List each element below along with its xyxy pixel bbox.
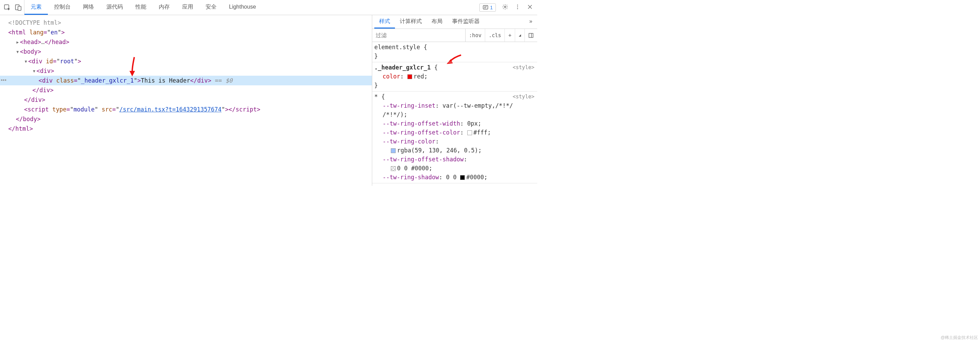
devtools-tab-6[interactable]: 应用 xyxy=(176,0,199,15)
devtools-tab-8[interactable]: Lighthouse xyxy=(223,0,262,15)
issues-count: 1 xyxy=(490,5,493,10)
toolbar-right-group: 1 xyxy=(475,0,537,15)
style-rule-1[interactable]: <style>._header_gxlcr_1 {color: red;} xyxy=(372,62,537,92)
svg-point-5 xyxy=(517,5,518,5)
dom-tree[interactable]: <!DOCTYPE html><html lang="en">▸<head>…<… xyxy=(0,15,372,136)
dom-html-open[interactable]: <html lang="en"> xyxy=(0,27,372,37)
elements-dom-pane[interactable]: ••• <!DOCTYPE html><html lang="en">▸<hea… xyxy=(0,15,372,186)
hov-toggle[interactable]: :hov xyxy=(466,29,485,42)
devtools-tab-4[interactable]: 性能 xyxy=(129,0,153,15)
dom-body-open[interactable]: ▾<body> xyxy=(0,47,372,56)
devtools-main: ••• <!DOCTYPE html><html lang="en">▸<hea… xyxy=(0,15,537,186)
dom-html-close[interactable]: </html> xyxy=(0,124,372,133)
devtools-tab-5[interactable]: 内存 xyxy=(153,0,176,15)
issues-indicator[interactable]: 1 xyxy=(479,3,496,12)
new-style-rule-button[interactable]: + xyxy=(505,29,515,42)
style-rule-0[interactable]: element.style {} xyxy=(372,42,537,62)
kebab-menu-icon[interactable] xyxy=(514,4,521,11)
styles-tabs-overflow[interactable]: » xyxy=(525,15,537,28)
dom-script-line[interactable]: <script type="module" src="/src/main.tsx… xyxy=(0,104,372,114)
dom-div-open[interactable]: ▾<div> xyxy=(0,66,372,76)
styles-pane-tabs: 样式计算样式布局事件监听器» xyxy=(372,15,537,29)
styles-corner-icon[interactable]: ◢ xyxy=(515,29,525,42)
styles-pane: 样式计算样式布局事件监听器» :hov .cls + ◢ element.sty… xyxy=(372,15,537,186)
devtools-tab-2[interactable]: 网络 xyxy=(77,0,100,15)
computed-panel-toggle-icon[interactable] xyxy=(525,29,537,42)
svg-point-4 xyxy=(504,6,506,8)
style-rule-2[interactable]: <style>* {--tw-ring-inset: var(--tw-empt… xyxy=(372,92,537,184)
styles-rules-list[interactable]: element.style {}<style>._header_gxlcr_1 … xyxy=(372,42,537,186)
devtools-tab-1[interactable]: 控制台 xyxy=(48,0,77,15)
styles-tab-0[interactable]: 样式 xyxy=(374,15,395,28)
svg-point-7 xyxy=(517,8,518,9)
svg-rect-3 xyxy=(483,5,488,9)
device-toggle-icon[interactable] xyxy=(14,4,22,11)
styles-tab-2[interactable]: 布局 xyxy=(426,15,447,28)
svg-point-6 xyxy=(517,6,518,7)
settings-gear-icon[interactable] xyxy=(502,4,508,11)
dom-div-root-open[interactable]: ▾<div id="root"> xyxy=(0,56,372,66)
close-devtools-icon[interactable] xyxy=(527,4,533,11)
cls-toggle[interactable]: .cls xyxy=(485,29,505,42)
svg-rect-8 xyxy=(529,33,533,38)
dom-div-root-close[interactable]: </div> xyxy=(0,95,372,104)
devtools-tabs: 元素控制台网络源代码性能内存应用安全Lighthouse xyxy=(24,0,475,15)
dom-head[interactable]: ▸<head>…</head> xyxy=(0,37,372,47)
dom-doctype[interactable]: <!DOCTYPE html> xyxy=(0,18,372,27)
inspect-icon[interactable] xyxy=(3,4,11,11)
dom-div-close[interactable]: </div> xyxy=(0,86,372,95)
devtools-tab-3[interactable]: 源代码 xyxy=(100,0,129,15)
styles-tab-1[interactable]: 计算样式 xyxy=(395,15,426,28)
svg-rect-2 xyxy=(18,6,21,10)
styles-filter-input[interactable] xyxy=(372,32,465,38)
dom-body-close[interactable]: </body> xyxy=(0,114,372,124)
devtools-toolbar: 元素控制台网络源代码性能内存应用安全Lighthouse 1 xyxy=(0,0,537,15)
toolbar-left-group xyxy=(0,0,24,15)
styles-filter-bar: :hov .cls + ◢ xyxy=(372,29,537,42)
devtools-tab-0[interactable]: 元素 xyxy=(24,0,48,15)
styles-tab-3[interactable]: 事件监听器 xyxy=(447,15,485,28)
annotation-arrow-icon xyxy=(127,56,138,77)
dom-selected-line[interactable]: <div class="_header_gxlcr_1">This is Hea… xyxy=(0,76,372,86)
devtools-tab-7[interactable]: 安全 xyxy=(199,0,223,15)
